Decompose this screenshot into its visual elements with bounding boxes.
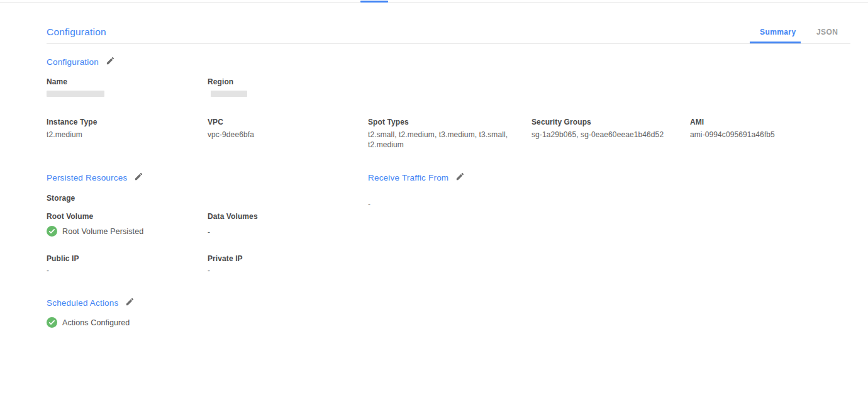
security-groups-label: Security Groups xyxy=(531,118,686,127)
instance-type-value: t2.medium xyxy=(47,130,198,140)
top-active-tab-indicator xyxy=(360,1,388,3)
scheduled-actions-heading: Scheduled Actions xyxy=(47,297,135,308)
spot-types-label: Spot Types xyxy=(368,118,516,127)
edit-configuration-button[interactable] xyxy=(106,56,115,67)
storage-subheading: Storage xyxy=(47,194,75,203)
ami-label: AMI xyxy=(690,118,828,127)
receive-traffic-from-value: - xyxy=(368,199,370,209)
private-ip-value: - xyxy=(208,266,210,276)
edit-persisted-resources-button[interactable] xyxy=(134,172,143,183)
edit-pencil-icon xyxy=(455,172,465,183)
security-groups-value: sg-1a29b065, sg-0eae60eeae1b46d52 xyxy=(531,130,686,140)
field-spot-types: Spot Types t2.small, t2.medium, t3.mediu… xyxy=(368,118,516,150)
receive-traffic-from-heading: Receive Traffic From xyxy=(368,172,465,183)
field-region: Region xyxy=(208,77,359,97)
receive-traffic-from-title: Receive Traffic From xyxy=(368,173,448,182)
summary-tab-underline xyxy=(750,42,801,43)
root-volume-status: Root Volume Persisted xyxy=(47,226,143,237)
instance-type-label: Instance Type xyxy=(47,118,198,127)
field-ami: AMI ami-0994c095691a46fb5 xyxy=(690,118,828,140)
persisted-resources-title: Persisted Resources xyxy=(47,173,127,182)
root-volume-status-text: Root Volume Persisted xyxy=(62,227,143,236)
field-instance-type: Instance Type t2.medium xyxy=(47,118,198,140)
data-volumes-value: - xyxy=(208,227,210,237)
name-value-redacted xyxy=(47,91,104,97)
ami-value: ami-0994c095691a46fb5 xyxy=(690,130,828,140)
edit-pencil-icon xyxy=(106,56,115,67)
edit-receive-traffic-button[interactable] xyxy=(455,172,465,183)
check-circle-icon xyxy=(47,317,57,328)
scheduled-actions-status: Actions Configured xyxy=(47,317,130,328)
field-vpc: VPC vpc-9dee6bfa xyxy=(208,118,359,140)
spot-types-value: t2.small, t2.medium, t3.medium, t3.small… xyxy=(368,130,516,150)
field-security-groups: Security Groups sg-1a29b065, sg-0eae60ee… xyxy=(531,118,686,140)
page-title: Configuration xyxy=(47,26,106,38)
configuration-section-heading: Configuration xyxy=(47,56,115,67)
field-name: Name xyxy=(47,77,198,97)
public-ip-value: - xyxy=(47,266,49,276)
public-ip-label: Public IP xyxy=(47,254,79,264)
vpc-value: vpc-9dee6bfa xyxy=(208,130,359,140)
name-label: Name xyxy=(47,77,198,87)
region-value-redacted xyxy=(211,91,247,97)
vpc-label: VPC xyxy=(208,118,359,127)
configuration-section-title: Configuration xyxy=(47,57,99,67)
check-circle-icon xyxy=(47,226,57,237)
scheduled-actions-status-text: Actions Configured xyxy=(62,318,130,327)
region-label: Region xyxy=(208,77,359,87)
scheduled-actions-title: Scheduled Actions xyxy=(47,298,118,308)
configuration-summary-page: Configuration Summary JSON Configuration… xyxy=(0,0,868,397)
root-volume-label: Root Volume xyxy=(47,212,93,221)
private-ip-label: Private IP xyxy=(208,254,243,264)
tab-json[interactable]: JSON xyxy=(816,28,838,36)
edit-pencil-icon xyxy=(134,172,143,183)
persisted-resources-heading: Persisted Resources xyxy=(47,172,143,183)
data-volumes-label: Data Volumes xyxy=(208,212,258,221)
tab-summary[interactable]: Summary xyxy=(760,28,796,36)
header-divider xyxy=(47,43,850,44)
top-tabstrip-divider xyxy=(0,2,868,3)
edit-pencil-icon xyxy=(125,297,135,308)
edit-scheduled-actions-button[interactable] xyxy=(125,297,135,308)
